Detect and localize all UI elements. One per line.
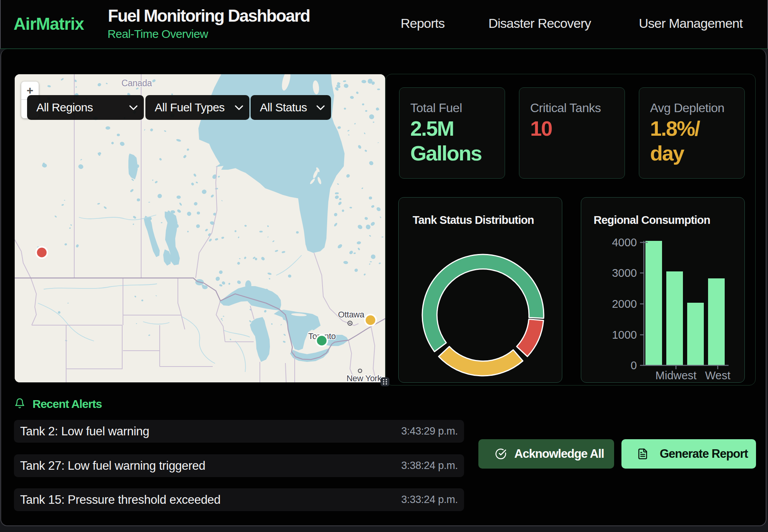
svg-text:3000: 3000	[612, 267, 637, 279]
svg-text:Midwest: Midwest	[655, 369, 696, 382]
svg-text:West: West	[705, 369, 730, 382]
svg-text:4000: 4000	[612, 236, 637, 249]
svg-text:0: 0	[631, 359, 637, 372]
svg-text:2000: 2000	[612, 298, 637, 310]
svg-text:Ottawa: Ottawa	[338, 310, 365, 319]
svg-text:New York: New York	[346, 373, 382, 382]
svg-text:Canada: Canada	[121, 78, 152, 88]
svg-text:1000: 1000	[612, 329, 637, 341]
